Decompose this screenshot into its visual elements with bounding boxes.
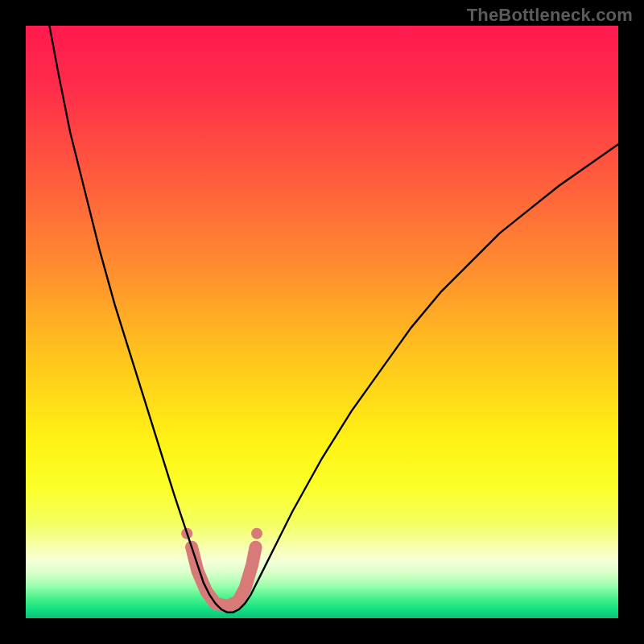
chart-frame: TheBottleneck.com: [0, 0, 644, 644]
main-curve: [49, 26, 618, 613]
watermark-text: TheBottleneck.com: [467, 5, 633, 26]
curve-layer: [26, 26, 618, 618]
svg-point-2: [251, 528, 262, 539]
plot-area: [26, 26, 618, 618]
